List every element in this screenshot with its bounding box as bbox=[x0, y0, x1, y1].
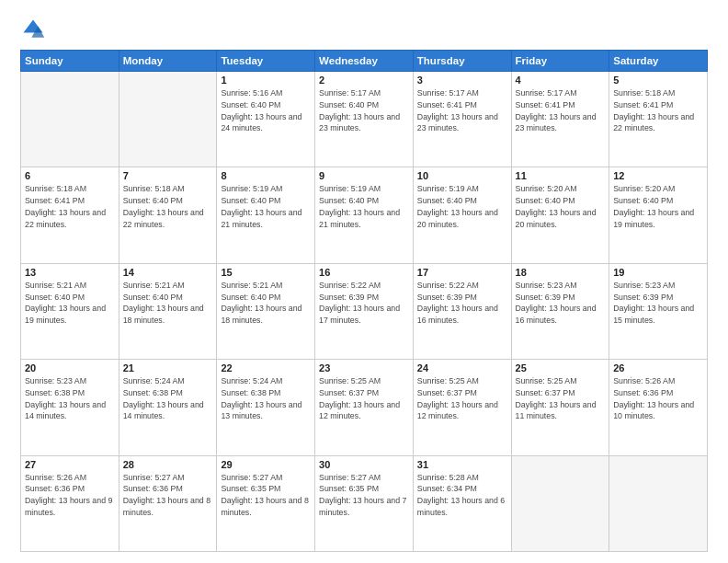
day-number: 5 bbox=[613, 75, 703, 86]
day-cell: 21Sunrise: 5:24 AMSunset: 6:38 PMDayligh… bbox=[119, 360, 217, 455]
day-info: Sunrise: 5:25 AMSunset: 6:37 PMDaylight:… bbox=[516, 375, 606, 422]
day-cell bbox=[511, 455, 609, 551]
day-number: 27 bbox=[25, 459, 115, 470]
day-cell: 14Sunrise: 5:21 AMSunset: 6:40 PMDayligh… bbox=[119, 263, 217, 359]
day-cell: 10Sunrise: 5:19 AMSunset: 6:40 PMDayligh… bbox=[413, 167, 511, 263]
column-header-tuesday: Tuesday bbox=[217, 51, 315, 72]
day-info: Sunrise: 5:28 AMSunset: 6:34 PMDaylight:… bbox=[417, 472, 507, 519]
day-number: 3 bbox=[417, 75, 507, 86]
day-number: 12 bbox=[613, 170, 703, 181]
day-cell: 6Sunrise: 5:18 AMSunset: 6:41 PMDaylight… bbox=[21, 167, 119, 263]
day-cell: 1Sunrise: 5:16 AMSunset: 6:40 PMDaylight… bbox=[217, 72, 315, 167]
day-cell: 16Sunrise: 5:22 AMSunset: 6:39 PMDayligh… bbox=[315, 263, 414, 359]
header bbox=[20, 17, 708, 42]
day-cell: 17Sunrise: 5:22 AMSunset: 6:39 PMDayligh… bbox=[413, 263, 511, 359]
day-info: Sunrise: 5:18 AMSunset: 6:40 PMDaylight:… bbox=[123, 183, 213, 230]
day-cell: 7Sunrise: 5:18 AMSunset: 6:40 PMDaylight… bbox=[119, 167, 217, 263]
day-info: Sunrise: 5:16 AMSunset: 6:40 PMDaylight:… bbox=[221, 87, 311, 134]
day-info: Sunrise: 5:23 AMSunset: 6:39 PMDaylight:… bbox=[516, 280, 606, 327]
day-info: Sunrise: 5:20 AMSunset: 6:40 PMDaylight:… bbox=[613, 183, 703, 230]
day-number: 14 bbox=[123, 267, 213, 278]
day-info: Sunrise: 5:21 AMSunset: 6:40 PMDaylight:… bbox=[123, 280, 213, 327]
day-info: Sunrise: 5:21 AMSunset: 6:40 PMDaylight:… bbox=[221, 280, 311, 327]
day-info: Sunrise: 5:19 AMSunset: 6:40 PMDaylight:… bbox=[221, 183, 311, 230]
day-cell bbox=[21, 72, 119, 167]
day-number: 23 bbox=[319, 362, 409, 373]
day-cell: 15Sunrise: 5:21 AMSunset: 6:40 PMDayligh… bbox=[217, 263, 315, 359]
day-info: Sunrise: 5:24 AMSunset: 6:38 PMDaylight:… bbox=[221, 375, 311, 422]
day-cell bbox=[609, 455, 708, 551]
day-number: 8 bbox=[221, 170, 311, 181]
day-cell: 9Sunrise: 5:19 AMSunset: 6:40 PMDaylight… bbox=[315, 167, 414, 263]
calendar-body: 1Sunrise: 5:16 AMSunset: 6:40 PMDaylight… bbox=[21, 72, 708, 552]
day-number: 25 bbox=[516, 362, 606, 373]
day-info: Sunrise: 5:26 AMSunset: 6:36 PMDaylight:… bbox=[613, 375, 703, 422]
day-number: 4 bbox=[516, 75, 606, 86]
day-number: 18 bbox=[516, 267, 606, 278]
day-info: Sunrise: 5:25 AMSunset: 6:37 PMDaylight:… bbox=[319, 375, 409, 422]
day-number: 13 bbox=[25, 267, 115, 278]
calendar-header: SundayMondayTuesdayWednesdayThursdayFrid… bbox=[21, 51, 708, 72]
day-cell: 12Sunrise: 5:20 AMSunset: 6:40 PMDayligh… bbox=[609, 167, 708, 263]
day-info: Sunrise: 5:23 AMSunset: 6:38 PMDaylight:… bbox=[25, 375, 115, 422]
day-cell: 24Sunrise: 5:25 AMSunset: 6:37 PMDayligh… bbox=[413, 360, 511, 455]
day-number: 6 bbox=[25, 170, 115, 181]
week-row-4: 20Sunrise: 5:23 AMSunset: 6:38 PMDayligh… bbox=[21, 360, 708, 455]
day-info: Sunrise: 5:18 AMSunset: 6:41 PMDaylight:… bbox=[613, 87, 703, 134]
day-number: 2 bbox=[319, 75, 409, 86]
day-info: Sunrise: 5:22 AMSunset: 6:39 PMDaylight:… bbox=[417, 280, 507, 327]
day-info: Sunrise: 5:27 AMSunset: 6:35 PMDaylight:… bbox=[319, 472, 409, 519]
day-cell: 3Sunrise: 5:17 AMSunset: 6:41 PMDaylight… bbox=[413, 72, 511, 167]
day-number: 10 bbox=[417, 170, 507, 181]
day-info: Sunrise: 5:17 AMSunset: 6:41 PMDaylight:… bbox=[417, 87, 507, 134]
day-number: 31 bbox=[417, 459, 507, 470]
day-cell: 27Sunrise: 5:26 AMSunset: 6:36 PMDayligh… bbox=[21, 455, 119, 551]
day-number: 9 bbox=[319, 170, 409, 181]
day-info: Sunrise: 5:23 AMSunset: 6:39 PMDaylight:… bbox=[613, 280, 703, 327]
day-info: Sunrise: 5:24 AMSunset: 6:38 PMDaylight:… bbox=[123, 375, 213, 422]
column-header-thursday: Thursday bbox=[413, 51, 511, 72]
day-info: Sunrise: 5:17 AMSunset: 6:41 PMDaylight:… bbox=[516, 87, 606, 134]
day-info: Sunrise: 5:20 AMSunset: 6:40 PMDaylight:… bbox=[516, 183, 606, 230]
column-header-monday: Monday bbox=[119, 51, 217, 72]
day-info: Sunrise: 5:21 AMSunset: 6:40 PMDaylight:… bbox=[25, 280, 115, 327]
page: SundayMondayTuesdayWednesdayThursdayFrid… bbox=[0, 0, 728, 563]
day-cell: 18Sunrise: 5:23 AMSunset: 6:39 PMDayligh… bbox=[511, 263, 609, 359]
day-info: Sunrise: 5:25 AMSunset: 6:37 PMDaylight:… bbox=[417, 375, 507, 422]
day-cell: 28Sunrise: 5:27 AMSunset: 6:36 PMDayligh… bbox=[119, 455, 217, 551]
week-row-1: 1Sunrise: 5:16 AMSunset: 6:40 PMDaylight… bbox=[21, 72, 708, 167]
day-info: Sunrise: 5:18 AMSunset: 6:41 PMDaylight:… bbox=[25, 183, 115, 230]
day-number: 1 bbox=[221, 75, 311, 86]
calendar-table: SundayMondayTuesdayWednesdayThursdayFrid… bbox=[20, 50, 708, 552]
day-number: 22 bbox=[221, 362, 311, 373]
day-info: Sunrise: 5:27 AMSunset: 6:36 PMDaylight:… bbox=[123, 472, 213, 519]
day-number: 19 bbox=[613, 267, 703, 278]
day-info: Sunrise: 5:22 AMSunset: 6:39 PMDaylight:… bbox=[319, 280, 409, 327]
day-cell: 19Sunrise: 5:23 AMSunset: 6:39 PMDayligh… bbox=[609, 263, 708, 359]
day-cell: 29Sunrise: 5:27 AMSunset: 6:35 PMDayligh… bbox=[217, 455, 315, 551]
week-row-3: 13Sunrise: 5:21 AMSunset: 6:40 PMDayligh… bbox=[21, 263, 708, 359]
day-number: 17 bbox=[417, 267, 507, 278]
day-cell: 4Sunrise: 5:17 AMSunset: 6:41 PMDaylight… bbox=[511, 72, 609, 167]
day-info: Sunrise: 5:19 AMSunset: 6:40 PMDaylight:… bbox=[319, 183, 409, 230]
column-header-friday: Friday bbox=[511, 51, 609, 72]
day-number: 20 bbox=[25, 362, 115, 373]
day-cell: 11Sunrise: 5:20 AMSunset: 6:40 PMDayligh… bbox=[511, 167, 609, 263]
day-cell: 30Sunrise: 5:27 AMSunset: 6:35 PMDayligh… bbox=[315, 455, 414, 551]
day-cell: 26Sunrise: 5:26 AMSunset: 6:36 PMDayligh… bbox=[609, 360, 708, 455]
week-row-5: 27Sunrise: 5:26 AMSunset: 6:36 PMDayligh… bbox=[21, 455, 708, 551]
day-cell bbox=[119, 72, 217, 167]
day-cell: 2Sunrise: 5:17 AMSunset: 6:40 PMDaylight… bbox=[315, 72, 414, 167]
day-info: Sunrise: 5:27 AMSunset: 6:35 PMDaylight:… bbox=[221, 472, 311, 519]
day-cell: 20Sunrise: 5:23 AMSunset: 6:38 PMDayligh… bbox=[21, 360, 119, 455]
day-number: 29 bbox=[221, 459, 311, 470]
column-header-wednesday: Wednesday bbox=[315, 51, 414, 72]
day-number: 15 bbox=[221, 267, 311, 278]
day-number: 11 bbox=[516, 170, 606, 181]
day-number: 26 bbox=[613, 362, 703, 373]
day-cell: 25Sunrise: 5:25 AMSunset: 6:37 PMDayligh… bbox=[511, 360, 609, 455]
logo bbox=[20, 17, 50, 42]
day-number: 24 bbox=[417, 362, 507, 373]
day-cell: 5Sunrise: 5:18 AMSunset: 6:41 PMDaylight… bbox=[609, 72, 708, 167]
header-row: SundayMondayTuesdayWednesdayThursdayFrid… bbox=[21, 51, 708, 72]
